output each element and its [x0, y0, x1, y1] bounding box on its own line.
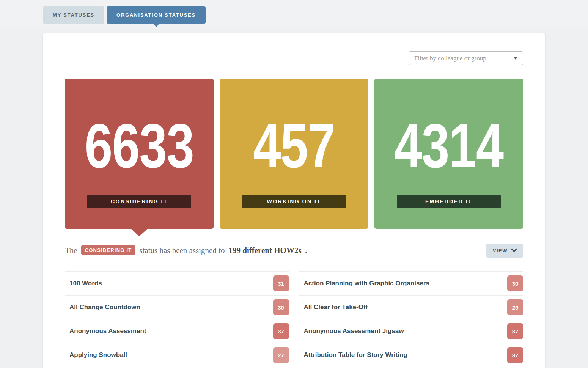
count-badge: 29 [507, 299, 523, 315]
count-badge: 37 [507, 347, 523, 363]
stat-value-embedded: 4314 [389, 115, 508, 177]
status-stat-boxes: 6633 CONSIDERING IT 457 WORKING ON IT 43… [65, 79, 523, 229]
stat-label-considering: CONSIDERING IT [87, 195, 191, 208]
view-button[interactable]: VIEW [486, 244, 523, 258]
stat-value-working: 457 [234, 115, 354, 177]
tab-organisation-statuses[interactable]: ORGANISATION STATUSES [107, 6, 206, 24]
count-badge: 30 [273, 299, 289, 315]
how2-title: Anonymous Assessment [69, 327, 146, 335]
stat-box-considering-it[interactable]: 6633 CONSIDERING IT [65, 79, 214, 229]
list-item[interactable]: Anonymous Assessment Jigsaw 37 [299, 319, 524, 343]
stat-label-working: WORKING ON IT [242, 195, 346, 208]
summary-row: The CONSIDERING IT status has been assig… [65, 242, 523, 258]
count-badge: 37 [273, 323, 289, 339]
summary-middle: status has been assigned to [139, 246, 225, 255]
status-tabs: MY STATUSES ORGANISATION STATUSES [43, 6, 206, 24]
list-divider [65, 367, 289, 367]
chevron-down-icon [511, 248, 517, 252]
stat-box-embedded-it[interactable]: 4314 EMBEDDED IT [374, 79, 523, 229]
list-item[interactable]: 100 Words 31 [65, 271, 289, 295]
organisation-statuses-panel: Filter by colleague or group 6633 CONSID… [43, 33, 545, 368]
chevron-down-icon [514, 57, 517, 60]
how2-title: 100 Words [69, 280, 102, 287]
count-badge: 27 [273, 347, 289, 363]
summary-count-text: 199 different HOW2s [228, 246, 301, 255]
how2-title: All Change Countdown [69, 304, 140, 311]
how2-title: Attribution Table for Story Writing [304, 351, 407, 359]
list-item[interactable]: Attribution Table for Story Writing 37 [299, 343, 524, 367]
count-badge: 30 [507, 275, 523, 291]
summary-suffix: . [305, 246, 307, 255]
filter-dropdown[interactable]: Filter by colleague or group [409, 51, 523, 65]
stat-value-considering: 6633 [80, 115, 199, 177]
summary-prefix: The [65, 246, 77, 255]
stat-label-embedded: EMBEDDED IT [397, 195, 501, 208]
tab-my-statuses[interactable]: MY STATUSES [43, 6, 104, 24]
top-header-strip: MY STATUSES ORGANISATION STATUSES [0, 0, 588, 28]
list-divider [299, 367, 524, 367]
how2-title: All Clear for Take-Off [304, 304, 368, 311]
how2-title: Applying Snowball [69, 351, 127, 359]
count-badge: 37 [507, 323, 523, 339]
list-item[interactable]: All Change Countdown 30 [65, 295, 289, 319]
list-item[interactable]: Applying Snowball 27 [65, 343, 289, 367]
status-badge: CONSIDERING IT [81, 245, 136, 255]
summary-sentence: The CONSIDERING IT status has been assig… [65, 246, 307, 255]
list-item[interactable]: Action Planning with Graphic Organisers … [299, 271, 524, 295]
how2-title: Action Planning with Graphic Organisers [304, 280, 430, 287]
how2-list-column-right: Action Planning with Graphic Organisers … [299, 271, 524, 367]
list-item[interactable]: Anonymous Assessment 37 [65, 319, 289, 343]
list-item[interactable]: All Clear for Take-Off 29 [299, 295, 524, 319]
how2-list-column-left: 100 Words 31 All Change Countdown 30 Ano… [65, 271, 289, 367]
view-button-label: VIEW [493, 248, 508, 253]
stat-box-working-on-it[interactable]: 457 WORKING ON IT [220, 79, 368, 229]
how2-list: 100 Words 31 All Change Countdown 30 Ano… [65, 271, 523, 367]
how2-title: Anonymous Assessment Jigsaw [304, 327, 404, 335]
filter-placeholder: Filter by colleague or group [414, 55, 514, 62]
count-badge: 31 [273, 275, 289, 291]
